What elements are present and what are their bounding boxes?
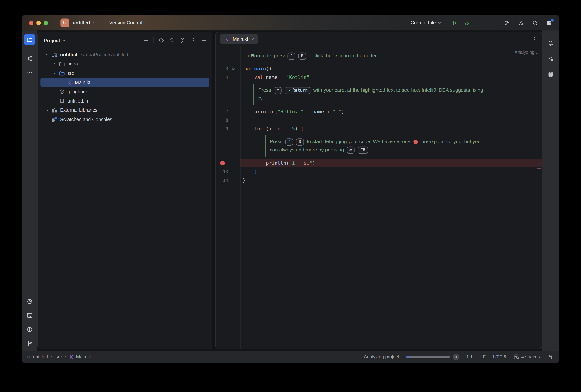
keyboard-key: F8 — [358, 146, 368, 154]
run-button[interactable] — [450, 18, 459, 28]
tree-item-label: untitled.iml — [68, 98, 90, 104]
error-stripe-mark[interactable] — [537, 168, 541, 169]
ai-assistant-icon[interactable] — [545, 53, 556, 64]
add-icon[interactable] — [142, 36, 150, 44]
line-number: 14 — [216, 178, 228, 183]
code-line[interactable]: 9 for (i in 1..5) { — [216, 124, 542, 133]
run-configuration-selector[interactable]: Current File — [410, 20, 441, 25]
zoom-window-button[interactable] — [44, 20, 48, 25]
chevron-down-icon[interactable] — [44, 53, 51, 56]
gutter[interactable]: 9 — [216, 124, 240, 133]
gutter[interactable]: 14 — [216, 176, 240, 184]
chevron-down-icon[interactable] — [51, 71, 58, 75]
code-line[interactable]: 3fun main() { — [216, 64, 542, 73]
terminal-icon[interactable] — [24, 310, 35, 321]
structure-icon[interactable] — [24, 53, 35, 64]
more-vertical-icon[interactable] — [189, 36, 197, 44]
editor-options-icon[interactable] — [532, 36, 538, 42]
project-panel-title[interactable]: Project — [44, 38, 60, 43]
expand-all-icon[interactable] — [168, 36, 176, 44]
right-tool-rail — [542, 30, 559, 351]
unlocked-icon[interactable] — [547, 354, 553, 360]
editor-tab-bar: Main.kt — [216, 32, 542, 46]
tree-item-main-kt[interactable]: Main.kt — [40, 78, 209, 87]
tree-item-scratches-and-consoles[interactable]: Scratches and Consoles — [40, 115, 209, 124]
gutter[interactable]: 4 — [216, 73, 240, 81]
add-user-icon[interactable] — [516, 18, 526, 28]
breadcrumb-item-main-kt[interactable]: Main.kt — [69, 354, 91, 360]
more-actions-icon[interactable] — [473, 18, 483, 28]
breadcrumb-item-untitled[interactable]: untitled — [26, 354, 48, 360]
gitignore-icon — [58, 89, 65, 95]
hide-icon[interactable] — [200, 36, 208, 44]
tree-item--idea[interactable]: .idea — [40, 59, 209, 68]
libraries-icon — [51, 107, 58, 113]
collapse-all-icon[interactable] — [179, 36, 187, 44]
tree-item-label: External Libraries — [60, 107, 98, 113]
ai-logo-icon[interactable] — [502, 18, 512, 28]
code-editor[interactable]: Analyzing... To Run code, press ^R or cl… — [216, 46, 542, 349]
code-line-breakpoint[interactable]: println("i = $i") — [216, 159, 542, 167]
settings-notification-badge — [551, 19, 554, 21]
chevron-right-icon[interactable] — [44, 108, 51, 112]
line-separator[interactable]: LF — [480, 354, 486, 360]
code-line[interactable]: 7 println("Hello, " + name + "!") — [216, 107, 542, 116]
close-tab-icon[interactable] — [251, 37, 254, 41]
file-encoding[interactable]: UTF-8 — [493, 354, 506, 360]
code-line[interactable]: 14} — [216, 176, 542, 184]
project-badge: U — [60, 18, 69, 27]
database-icon[interactable] — [545, 69, 556, 80]
line-number: 3 — [216, 66, 228, 71]
project-chevron-down-icon[interactable] — [92, 21, 96, 24]
chevron-right-icon[interactable] — [51, 62, 58, 66]
minimize-window-button[interactable] — [36, 20, 41, 25]
breadcrumb-item-src[interactable]: src — [56, 354, 62, 360]
keyboard-key: D — [296, 138, 304, 145]
gutter[interactable]: 3 — [216, 64, 240, 73]
run-line-icon[interactable] — [228, 66, 238, 71]
close-window-button[interactable] — [29, 20, 33, 25]
desktop: U untitled Version Control Current File — [0, 0, 581, 392]
chevron-down-icon — [144, 21, 148, 24]
tree-item-untitled-iml[interactable]: untitled.iml — [40, 96, 209, 105]
gutter[interactable]: 8 — [216, 116, 240, 124]
debug-button[interactable] — [462, 18, 472, 28]
tree-item-label: .idea — [68, 61, 78, 67]
services-icon[interactable] — [24, 296, 35, 307]
project-name[interactable]: untitled — [72, 20, 90, 25]
breadcrumb: untitled›src›Main.kt — [26, 354, 91, 360]
locate-icon[interactable] — [157, 36, 165, 44]
gutter[interactable] — [216, 159, 240, 167]
gutter[interactable]: 13 — [216, 167, 240, 176]
search-icon[interactable] — [530, 18, 540, 28]
breakpoint-icon[interactable] — [220, 161, 225, 165]
indent-setting[interactable]: 4 spaces — [514, 354, 540, 360]
cursor-position[interactable]: 1:1 — [466, 354, 473, 360]
settings-gear-icon[interactable] — [544, 18, 554, 28]
line-number: 7 — [216, 109, 228, 114]
pause-progress-button[interactable] — [453, 354, 459, 360]
version-control-icon[interactable] — [24, 338, 35, 349]
breadcrumb-separator: › — [65, 354, 66, 360]
tree-item--gitignore[interactable]: .gitignore — [40, 87, 209, 96]
version-control-menu[interactable]: Version Control — [109, 20, 148, 25]
code-line[interactable]: 4 val name = "Kotlin" — [216, 73, 542, 81]
code-line[interactable]: 13 } — [216, 167, 542, 176]
kotlin-icon — [66, 79, 72, 85]
tab-main-kt[interactable]: Main.kt — [220, 34, 258, 44]
tree-item-label: .gitignore — [68, 89, 87, 94]
tree-item-untitled[interactable]: untitled~/IdeaProjects/untitled — [40, 50, 209, 59]
problems-icon[interactable] — [24, 324, 35, 335]
chevron-down-icon[interactable] — [62, 38, 66, 42]
progress-indicator[interactable]: Analyzing project... — [364, 354, 459, 360]
project-folder-icon[interactable] — [24, 34, 35, 45]
gutter[interactable]: 7 — [216, 107, 240, 116]
code-line[interactable]: 8 — [216, 116, 542, 124]
notifications-bell-icon[interactable] — [545, 38, 556, 49]
code-text — [240, 116, 542, 124]
tree-item-src[interactable]: src — [40, 68, 209, 78]
module-icon — [26, 355, 31, 359]
code-text: println("Hello, " + name + "!") — [240, 107, 542, 116]
tree-item-external-libraries[interactable]: External Libraries — [40, 106, 209, 115]
more-horizontal-icon[interactable] — [24, 67, 35, 78]
